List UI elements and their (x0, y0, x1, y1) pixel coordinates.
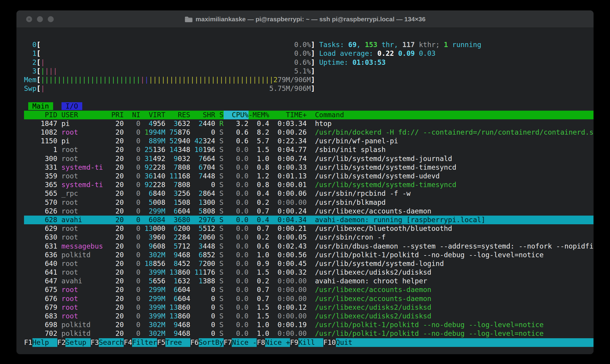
time-cell: 0:00.06 (269, 189, 307, 198)
process-row[interactable]: 683root200399M138600S0.01.50:00.00/usr/l… (24, 312, 593, 321)
process-row[interactable]: 628avahi200608436802976S0.00.40:04.34ava… (24, 216, 593, 224)
meter-label: 2 (24, 58, 37, 67)
column-header-command[interactable]: Command (315, 111, 593, 119)
tab-io[interactable]: I/O (62, 102, 82, 110)
tab-main[interactable]: Main (28, 102, 53, 110)
gap-cell (57, 268, 62, 277)
process-row[interactable]: 359root20036140111687448S0.01.20:01.13/u… (24, 172, 593, 181)
mem-cell: 8.2 (249, 128, 269, 137)
pid-cell: 636 (24, 251, 57, 259)
process-row[interactable]: 636polkitd200302M94686852S0.01.00:00.56/… (24, 251, 593, 259)
shr-cell: 3448 (190, 242, 215, 251)
column-header-s[interactable]: S (215, 111, 224, 119)
process-row[interactable]: 1root200251361434810196S0.01.50:04.77/sb… (24, 145, 593, 154)
fkey-search[interactable]: Search (99, 338, 124, 347)
terminal-window: maximiliankaske — pi@raspberrypi: ~ — ss… (17, 10, 593, 354)
process-row[interactable]: 1082root2001994M758760S0.68.20:00.26/usr… (24, 128, 593, 137)
virt-cell: 3960 (140, 233, 165, 242)
fkey-tree[interactable]: Tree (165, 338, 190, 347)
gap-cell (57, 154, 62, 163)
ni-cell: 0 (124, 224, 140, 233)
close-button[interactable] (26, 16, 32, 22)
minimize-button[interactable] (37, 16, 43, 22)
gap-cell (57, 321, 62, 329)
command-cell: /usr/bin/dockerd -H fd:// --containerd=/… (315, 128, 593, 137)
virt-cell: 299M (140, 207, 165, 216)
process-row[interactable]: 629root2001300062005512S0.00.70:00.21/us… (24, 224, 593, 233)
process-row[interactable]: 626root200299M66045808S0.00.70:00.24/usr… (24, 207, 593, 216)
virt-cell: 399M (140, 312, 165, 321)
blank-row (24, 93, 593, 102)
process-row[interactable]: 331systemd-ti2009222878086704S0.00.80:00… (24, 163, 593, 172)
cpu-cell: 0.0 (224, 303, 249, 312)
gap-cell (57, 181, 62, 189)
gap-cell (57, 207, 62, 216)
terminal-screen[interactable]: 0[0.0%]Tasks: 69, 153 thr, 117 kthr; 1 r… (17, 28, 593, 354)
fkey-number: F4 (124, 338, 132, 347)
res-cell: 13860 (165, 312, 190, 321)
virt-cell: 399M (140, 303, 165, 312)
pid-cell: 628 (24, 216, 57, 224)
fkey-kill[interactable]: Kill (298, 338, 323, 347)
fkey-sortby[interactable]: SortBy (199, 338, 224, 347)
fkey-setup[interactable]: Setup (65, 338, 90, 347)
shr-cell: 2060 (190, 233, 215, 242)
gap-cell (57, 329, 62, 338)
column-header-pri[interactable]: PRI (103, 111, 124, 119)
gap2-cell (307, 268, 315, 277)
column-header-mem[interactable]: -MEM% (249, 111, 269, 119)
column-header-res[interactable]: RES (165, 111, 190, 119)
fkey-quit[interactable]: Quit (336, 338, 361, 347)
fkey-number: F2 (57, 338, 66, 347)
process-row[interactable]: 630root200396022842060S0.00.20:00.05/usr… (24, 233, 593, 242)
s-cell: S (215, 277, 224, 285)
user-cell: root (62, 224, 103, 233)
user-cell: pi (62, 137, 103, 145)
fkey-nice[interactable]: Nice - (232, 338, 257, 347)
process-row[interactable]: 698polkitd200302M94680S0.01.00:00.19/usr… (24, 321, 593, 329)
fkey-filter[interactable]: Filter (132, 338, 157, 347)
column-header-time[interactable]: TIME+ (269, 111, 307, 119)
process-row[interactable]: 679root200399M138600S0.01.50:00.12/usr/l… (24, 303, 593, 312)
command-cell: /usr/bin/wf-panel-pi (315, 137, 593, 145)
process-row[interactable]: 1847pi200495636322440R3.20.40:03.34htop (24, 119, 593, 128)
time-cell: 0:00.00 (269, 312, 307, 321)
process-row[interactable]: 641root200399M1386011176S0.01.50:00.32/u… (24, 268, 593, 277)
process-row[interactable]: 676root200299M66040S0.00.70:00.00/usr/li… (24, 294, 593, 303)
process-row[interactable]: 702polkitd200302M94680S0.01.00:00.00/usr… (24, 329, 593, 338)
zoom-button[interactable] (48, 16, 54, 22)
process-row[interactable]: 365systemd-ti2009222878080S0.00.80:00.01… (24, 181, 593, 189)
user-cell: root (62, 233, 103, 242)
shr-cell: 0 (190, 321, 215, 329)
virt-cell: 31492 (140, 154, 165, 163)
process-row[interactable]: 565_rpc200684032562864S0.00.40:00.06/usr… (24, 189, 593, 198)
column-header-user[interactable]: USER (62, 111, 103, 119)
column-header-shr[interactable]: SHR (190, 111, 215, 119)
command-cell: /usr/libexec/udisks2/udisksd (315, 312, 593, 321)
process-row[interactable]: 300root2003149290327664S0.01.00:00.74/us… (24, 154, 593, 163)
fkey-nice[interactable]: Nice + (265, 338, 290, 347)
shr-cell: 2864 (190, 189, 215, 198)
column-header-ni[interactable]: NI (124, 111, 140, 119)
swp-meter: Swp[|5.75M/906M] (24, 84, 315, 93)
fkey-help[interactable]: Help (32, 338, 57, 347)
process-row[interactable]: 640root2001885684527200S0.00.90:00.45/us… (24, 259, 593, 268)
column-header-virt[interactable]: VIRT (140, 111, 165, 119)
virt-cell: 5656 (140, 277, 165, 285)
cpu-cell: 0.0 (224, 145, 249, 154)
process-row[interactable]: 631messagebus200960857123448S0.00.60:02.… (24, 242, 593, 251)
mem-cell: 0.2 (249, 198, 269, 207)
column-header-cpu[interactable]: CPU% (224, 111, 249, 119)
res-cell: 9032 (165, 154, 190, 163)
virt-cell: 92228 (140, 163, 165, 172)
column-header-pid[interactable]: PID (24, 111, 57, 119)
gap2-cell (307, 189, 315, 198)
process-row[interactable]: 1150pi200889M5294042324S0.65.70:22.34/us… (24, 137, 593, 145)
time-cell: 0:00.21 (269, 224, 307, 233)
process-row[interactable]: 647avahi200565616321388S0.00.20:00.00ava… (24, 277, 593, 285)
pri-cell: 20 (103, 189, 124, 198)
process-row[interactable]: 675root200299M66040S0.00.70:00.00/usr/li… (24, 285, 593, 294)
s-cell: S (215, 154, 224, 163)
process-row[interactable]: 570root200500815081300S0.00.20:00.00/usr… (24, 198, 593, 207)
time-cell: 0:00.45 (269, 259, 307, 268)
